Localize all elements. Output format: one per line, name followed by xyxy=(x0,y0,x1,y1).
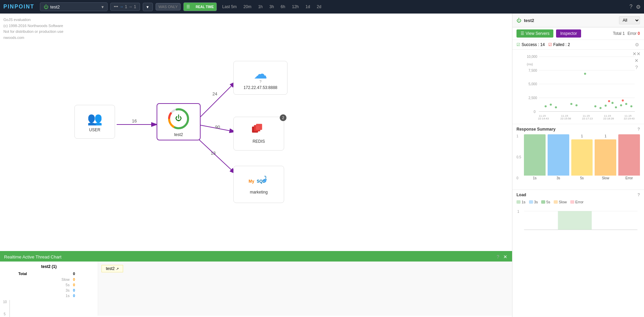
bottom-panel-controls: ? ✕ xyxy=(496,254,508,259)
user-icon: 👥 xyxy=(87,112,102,126)
svg-text:22:17:13: 22:17:13 xyxy=(582,117,593,120)
legend-slow: Slow xyxy=(554,200,567,204)
help-icon[interactable]: ? xyxy=(629,4,632,10)
thread-chart-area: 10 5 0 xyxy=(9,300,95,317)
3s-value: 0 xyxy=(72,288,94,293)
time-1d[interactable]: 1d xyxy=(303,3,313,11)
legend-slow-label: Slow xyxy=(559,200,567,204)
time-5m[interactable]: Last 5m xyxy=(220,3,239,11)
success-filter[interactable]: ☑ Success : 14 xyxy=(516,42,545,47)
svg-text:22:19:43: 22:19:43 xyxy=(624,117,635,120)
legend-slow-dot xyxy=(554,200,558,204)
bar-1s: 1s xyxy=(524,134,546,180)
chart-settings-button[interactable]: ⚙ xyxy=(634,42,640,47)
inspector-button[interactable]: Inspector xyxy=(556,29,581,38)
edge-label-user-test2: 16 xyxy=(132,118,137,123)
test2-node-label: test2 xyxy=(174,132,183,137)
svg-point-50 xyxy=(620,104,622,106)
user-node-label: USER xyxy=(89,128,100,132)
mysql-node-box: My SQL marketing xyxy=(233,166,284,203)
svg-point-48 xyxy=(612,102,614,104)
y-1: 1 xyxy=(516,134,522,138)
time-2d[interactable]: 2d xyxy=(314,3,324,11)
inspector-filter-select[interactable]: All xyxy=(619,16,640,24)
help-bottom-icon[interactable]: ? xyxy=(496,254,500,259)
chart-help-button[interactable]: ? xyxy=(632,65,641,70)
settings-icon[interactable]: ⚙ xyxy=(636,4,641,10)
mysql-icon-svg: My SQL xyxy=(249,175,269,188)
slow-value: 0 xyxy=(72,277,94,282)
load-section: Load ? 1s 3s 5s Slow xyxy=(512,190,644,317)
realtime-button[interactable]: REAL TIME xyxy=(193,3,216,11)
chart-expand-button[interactable]: ✕✕ xyxy=(632,51,641,56)
svg-point-44 xyxy=(584,73,586,75)
redis-icon-svg xyxy=(251,124,267,137)
legend-3s-label: 3s xyxy=(534,200,538,204)
bottom-right-panel: test2 ↗ xyxy=(98,262,512,316)
inspector-panel: ⏻ test2 All ☰ View Servers Inspector Tot… xyxy=(512,14,644,317)
bar-5s: 1 5s xyxy=(571,134,593,180)
error-count: 0 xyxy=(638,31,640,36)
time-1h[interactable]: 1h xyxy=(255,3,265,11)
edge-label-test2-redis: 90 xyxy=(215,124,220,130)
legend-5s: 5s xyxy=(541,200,550,204)
was-only-button[interactable]: WAS ONLY xyxy=(156,3,181,10)
bar-3s-fill xyxy=(548,134,569,176)
svg-point-47 xyxy=(605,105,607,107)
load-chart-svg: 1 xyxy=(516,206,640,233)
count2: 1 xyxy=(134,4,136,9)
close-bottom-icon[interactable]: ✕ xyxy=(503,254,508,259)
bar-slow: 1 Slow xyxy=(595,134,616,180)
svg-text:2,500: 2,500 xyxy=(528,96,537,100)
bar-3s-label: 3s xyxy=(556,176,560,180)
svg-text:My: My xyxy=(249,179,254,183)
svg-point-42 xyxy=(570,103,572,105)
response-summary-section: Response Summary ? 1 0.5 0 1s 3s xyxy=(512,124,644,190)
power-icon: ⏻ xyxy=(44,4,48,9)
node-cloud[interactable]: ☁ ? 172.22.47.53:8888 xyxy=(233,61,288,95)
view-servers-button[interactable]: ☰ View Servers xyxy=(516,29,553,38)
time-6h[interactable]: 6h xyxy=(278,3,288,11)
main-container: GoJS evaluation (c) 1998-2016 Northwoods… xyxy=(0,14,644,317)
thread-stats-table: Total 0 Slow 0 5s 0 xyxy=(3,270,95,299)
error-text: Error xyxy=(627,31,637,36)
time-12h[interactable]: 12h xyxy=(289,3,301,11)
node-mysql[interactable]: My SQL marketing xyxy=(233,166,284,203)
time-3h[interactable]: 3h xyxy=(267,3,277,11)
response-help-icon[interactable]: ? xyxy=(638,127,640,132)
load-chart-area: 1 xyxy=(516,206,640,233)
response-summary-title: Response Summary ? xyxy=(516,127,640,132)
svg-point-52 xyxy=(630,105,632,107)
scatter-chart-svg: 10,000 7,500 5,000 2,500 0 (ms) 11-15 22… xyxy=(516,52,640,122)
node-user[interactable]: 👥 USER xyxy=(74,105,115,139)
failed-checkbox-icon: ☑ xyxy=(548,42,552,47)
legend-error: Error xyxy=(570,200,583,204)
svg-point-54 xyxy=(622,99,624,101)
node-test2[interactable]: ⏻ test2 xyxy=(157,103,201,140)
map-panel: GoJS evaluation (c) 1998-2016 Northwoods… xyxy=(0,14,512,317)
node-redis[interactable]: 2 REDIS xyxy=(233,117,284,151)
thread-chart-title: test2 (1) xyxy=(3,264,95,269)
expand-button[interactable]: ▾ xyxy=(143,3,153,11)
response-summary-label: Response Summary xyxy=(516,127,555,132)
bottom-panel-title: Realtime Active Thread Chart xyxy=(4,254,62,259)
load-section-title: Load ? xyxy=(516,193,640,197)
chart-close-button[interactable]: ✕ xyxy=(632,58,641,63)
view-toggle: ☰ REAL TIME xyxy=(183,2,217,11)
external-link-icon: ↗ xyxy=(116,267,119,271)
svg-point-45 xyxy=(594,105,596,107)
test2-tab[interactable]: test2 ↗ xyxy=(101,265,123,272)
time-20m[interactable]: 20m xyxy=(241,3,254,11)
load-help-icon[interactable]: ? xyxy=(638,193,640,197)
edge-label-test2-mysql: 13 xyxy=(211,151,215,156)
bar-5s-label: 5s xyxy=(580,176,584,180)
svg-line-2 xyxy=(201,81,236,117)
svg-text:22:18:28: 22:18:28 xyxy=(603,117,614,120)
list-view-button[interactable]: ☰ xyxy=(184,3,193,11)
failed-filter[interactable]: ☑ Failed : 2 xyxy=(548,42,570,47)
topology-map: 16 24 90 13 👥 USER xyxy=(0,34,512,249)
redis-node-label: REDIS xyxy=(253,139,265,144)
bar-1s-label: 1s xyxy=(533,176,537,180)
app-selector[interactable]: ⏻ test2 ▾ xyxy=(40,2,108,11)
grid-icon: ☰ xyxy=(521,31,524,36)
